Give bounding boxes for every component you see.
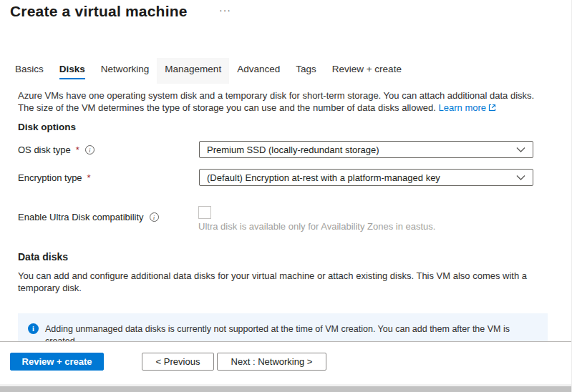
encryption-type-label-text: Encryption type xyxy=(18,172,82,183)
encryption-type-value: (Default) Encryption at-rest with a plat… xyxy=(207,172,516,183)
next-networking-button[interactable]: Next : Networking > xyxy=(217,353,326,371)
data-disks-line-1: You can add and configure additional dat… xyxy=(18,270,558,283)
ultra-disk-label-text: Enable Ultra Disk compatibility xyxy=(18,212,144,222)
ultra-disk-helper-text: Ultra disk is available only for Availab… xyxy=(198,221,435,232)
intro-line-2: The size of the VM determines the type o… xyxy=(18,102,436,113)
encryption-type-label: Encryption type* xyxy=(18,172,91,183)
tab-review-create[interactable]: Review + create xyxy=(332,62,402,77)
tab-networking[interactable]: Networking xyxy=(101,62,150,77)
disks-intro-text: Azure VMs have one operating system disk… xyxy=(18,90,558,114)
chevron-down-icon xyxy=(516,147,525,153)
os-disk-type-label-text: OS disk type xyxy=(18,144,71,155)
data-disks-line-2: temporary disk. xyxy=(18,283,558,295)
more-options-icon[interactable]: ··· xyxy=(219,4,231,16)
tab-management[interactable]: Management xyxy=(157,58,229,84)
info-filled-icon: i xyxy=(28,323,39,334)
tab-basics[interactable]: Basics xyxy=(15,62,44,77)
info-circle-icon[interactable]: i xyxy=(150,212,159,222)
info-banner-text: Adding unmanaged data disks is currently… xyxy=(45,323,532,341)
os-disk-type-dropdown[interactable]: Premium SSD (locally-redundant storage) xyxy=(199,141,533,158)
tab-advanced[interactable]: Advanced xyxy=(237,62,280,77)
required-asterisk: * xyxy=(76,144,79,155)
create-vm-page: Create a virtual machine ··· Basics Disk… xyxy=(0,0,572,392)
window-edge-bar xyxy=(0,386,572,392)
tab-tags[interactable]: Tags xyxy=(296,62,316,77)
os-disk-type-value: Premium SSD (locally-redundant storage) xyxy=(207,144,516,155)
tab-disks[interactable]: Disks xyxy=(59,62,85,77)
wizard-tabs: Basics Disks Networking Management Advan… xyxy=(15,62,402,77)
wizard-footer: Review + create < Previous Next : Networ… xyxy=(0,341,572,385)
data-disks-description: You can add and configure additional dat… xyxy=(18,270,558,294)
ultra-disk-checkbox[interactable] xyxy=(198,206,211,219)
ultra-disk-label: Enable Ultra Disk compatibility i xyxy=(18,212,159,222)
review-create-button[interactable]: Review + create xyxy=(10,353,104,371)
required-asterisk: * xyxy=(87,172,91,183)
banner-line-2: created. xyxy=(45,335,532,341)
learn-more-link[interactable]: Learn more xyxy=(439,102,496,113)
info-circle-icon[interactable]: i xyxy=(85,145,94,155)
disk-options-heading: Disk options xyxy=(18,122,76,132)
external-link-icon xyxy=(488,104,496,112)
encryption-type-dropdown[interactable]: (Default) Encryption at-rest with a plat… xyxy=(199,169,533,186)
info-banner: i Adding unmanaged data disks is current… xyxy=(18,313,548,341)
os-disk-type-label: OS disk type* i xyxy=(18,144,94,155)
intro-line-1: Azure VMs have one operating system disk… xyxy=(18,90,558,102)
data-disks-heading: Data disks xyxy=(18,251,68,263)
banner-line-1: Adding unmanaged data disks is currently… xyxy=(45,323,532,335)
chevron-down-icon xyxy=(516,175,525,181)
previous-button[interactable]: < Previous xyxy=(142,353,214,371)
page-title: Create a virtual machine xyxy=(10,3,188,20)
